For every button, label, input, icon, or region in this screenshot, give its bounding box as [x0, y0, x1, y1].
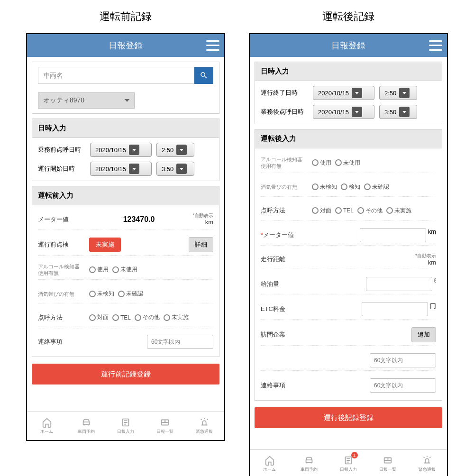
vehicle-selected: オッティ8970: [43, 96, 84, 105]
datetime-row: 運行開始日時 2020/10/15 3:50: [38, 162, 213, 176]
radio-option[interactable]: その他: [357, 207, 383, 215]
dt-label: 乗務前点呼日時: [38, 146, 85, 154]
meter-value: 123470.0: [89, 215, 189, 224]
distance-label: 走行距離: [261, 255, 308, 264]
date-picker[interactable]: 2020/10/15: [90, 143, 152, 157]
contact-input[interactable]: [370, 378, 436, 393]
radio-option[interactable]: 未使用: [112, 265, 137, 274]
precheck-label: 運行前点検: [38, 240, 85, 249]
phone-right: 日報登録 日時入力 運行終了日時 2020/10/15 2:50 業務後点呼日時…: [249, 33, 448, 476]
radio-option[interactable]: 対面: [312, 207, 331, 215]
precheck-status: 未実施: [89, 238, 121, 252]
search-icon: [200, 71, 208, 80]
topbar: 日報登録: [27, 34, 224, 57]
radio-option[interactable]: 未確認: [118, 290, 143, 298]
meter-input[interactable]: [360, 228, 426, 242]
radio-option[interactable]: 使用: [312, 159, 331, 167]
radio-option[interactable]: 検知: [341, 183, 360, 191]
phone-left: 日報登録 オッティ8970: [26, 33, 225, 441]
submit-button[interactable]: 運行前記録登録: [32, 364, 219, 384]
method-label: 点呼方法: [261, 206, 308, 215]
datetime-section: 日時入力 運行終了日時 2020/10/15 2:50 業務後点呼日時 2020…: [255, 62, 442, 124]
sake-label: 酒気帯びの有無: [38, 291, 85, 297]
radio-option[interactable]: 未確認: [364, 183, 389, 191]
datetime-section: 日時入力 乗務前点呼日時 2020/10/15 2:50 運行開始日時 2020…: [32, 119, 219, 181]
car-icon: [303, 455, 315, 466]
date-picker[interactable]: 2020/10/15: [90, 162, 152, 176]
notepad-icon: [119, 417, 132, 428]
topbar-title: 日報登録: [109, 40, 143, 51]
drawer-icon: [382, 455, 394, 466]
home-icon: [41, 417, 53, 428]
vehicle-search-section: オッティ8970: [32, 62, 219, 114]
visit-input[interactable]: [370, 353, 436, 367]
radio-option[interactable]: 未実施: [386, 207, 411, 215]
tab-reserve[interactable]: 車両予約: [66, 412, 106, 440]
vehicle-select[interactable]: オッティ8970: [38, 92, 135, 109]
tab-emergency[interactable]: 緊急通報: [408, 450, 447, 476]
time-picker[interactable]: 3:50: [156, 162, 194, 176]
radio-option[interactable]: 対面: [89, 313, 109, 321]
meter-label: メーター値: [38, 215, 85, 224]
fuel-label: 給油量: [261, 280, 308, 288]
tabbar: ホーム 車両予約 日報入力 日報一覧 緊急通報: [27, 412, 224, 440]
tab-list[interactable]: 日報一覧: [146, 412, 185, 440]
method-label: 点呼方法: [38, 313, 85, 322]
dt-label: 業務後点呼日時: [261, 108, 308, 116]
tab-home[interactable]: ホーム: [250, 450, 289, 476]
submit-button[interactable]: 運行後記録登録: [255, 407, 442, 428]
auto-note: *自動表示km: [192, 213, 213, 226]
contact-label: 連絡事項: [261, 381, 308, 390]
etc-label: ETC料金: [261, 305, 308, 313]
datetime-row: 運行終了日時 2020/10/15 2:50: [261, 86, 436, 100]
tab-input[interactable]: 1日報入力: [328, 450, 368, 476]
dt-label: 運行開始日時: [38, 165, 85, 173]
alcohol-label: アルコール検知器 使用有無: [38, 263, 85, 277]
contact-label: 連絡事項: [38, 338, 85, 346]
post-input-section: 運転後入力 アルコール検知器 使用有無 使用 未使用 酒気帯びの有無 未検知 検…: [255, 129, 442, 401]
radio-option[interactable]: 未実施: [164, 313, 189, 321]
contact-input[interactable]: [147, 335, 213, 349]
tab-list[interactable]: 日報一覧: [368, 450, 408, 476]
post-input-title: 運転後入力: [255, 129, 442, 148]
radio-option[interactable]: 使用: [89, 265, 109, 274]
meter-label: *メーター値: [261, 231, 308, 239]
etc-input[interactable]: [362, 302, 428, 316]
dt-label: 運行終了日時: [261, 89, 308, 97]
tabbar: ホーム 車両予約 1日報入力 日報一覧 緊急通報: [250, 449, 447, 476]
tab-input[interactable]: 日報入力: [106, 412, 145, 440]
tab-emergency[interactable]: 緊急通報: [185, 412, 224, 440]
vehicle-search-input[interactable]: [38, 67, 194, 84]
home-icon: [264, 455, 276, 466]
sake-label: 酒気帯びの有無: [261, 183, 308, 190]
time-picker[interactable]: 2:50: [379, 86, 417, 100]
radio-option[interactable]: 未検知: [89, 290, 114, 298]
time-picker[interactable]: 2:50: [156, 143, 194, 157]
auto-note: *自動表示km: [415, 253, 436, 266]
radio-option[interactable]: TEL: [112, 314, 131, 321]
radio-option[interactable]: 未使用: [335, 159, 360, 167]
pre-input-section: 運転前入力 メーター値 123470.0 *自動表示km 運行前点検 未実施 詳…: [32, 186, 219, 357]
radio-option[interactable]: TEL: [335, 207, 354, 214]
search-button[interactable]: [194, 67, 213, 84]
radio-option[interactable]: その他: [135, 313, 160, 321]
time-picker[interactable]: 3:50: [379, 105, 417, 119]
date-picker[interactable]: 2020/10/15: [313, 86, 374, 100]
drawer-icon: [159, 417, 171, 428]
menu-icon[interactable]: [206, 39, 219, 52]
visit-label: 訪問企業: [261, 330, 308, 339]
detail-button[interactable]: 詳細: [189, 237, 213, 252]
badge: 1: [351, 452, 358, 458]
screen-title-right: 運転後記録: [322, 9, 374, 24]
fuel-input[interactable]: [366, 277, 432, 291]
date-picker[interactable]: 2020/10/15: [313, 105, 374, 119]
menu-icon[interactable]: [429, 39, 442, 52]
add-button[interactable]: 追加: [411, 327, 436, 342]
tab-home[interactable]: ホーム: [27, 412, 66, 440]
topbar-title: 日報登録: [331, 40, 365, 51]
radio-option[interactable]: 未検知: [312, 183, 337, 191]
pre-input-title: 運転前入力: [32, 186, 219, 205]
tab-reserve[interactable]: 車両予約: [289, 450, 328, 476]
datetime-row: 乗務前点呼日時 2020/10/15 2:50: [38, 143, 213, 157]
datetime-row: 業務後点呼日時 2020/10/15 3:50: [261, 105, 436, 119]
